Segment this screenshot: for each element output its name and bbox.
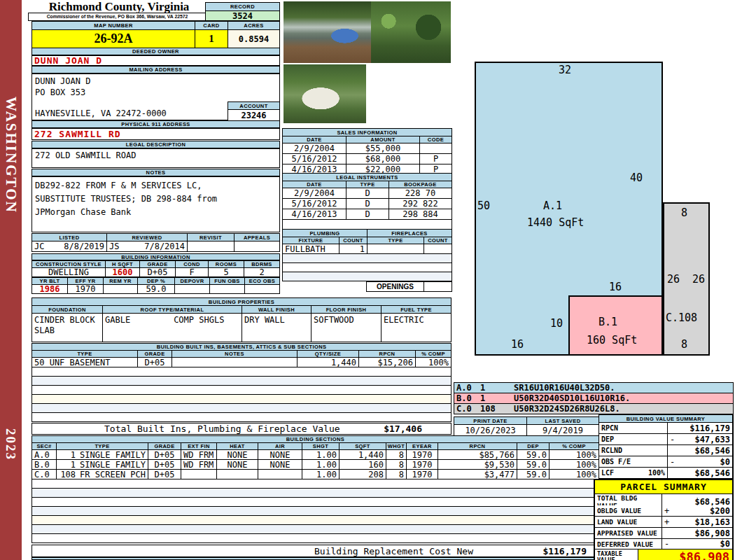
- ecoobs-label: ECO OBS: [245, 278, 279, 284]
- built-ins-empty-row: [32, 395, 451, 403]
- sales-row-amount: $68,000: [346, 154, 419, 164]
- instrument-row-bookpage: 228 70: [389, 188, 451, 198]
- ecoobs-value: [245, 285, 279, 293]
- vs-label: LCF 100%: [599, 468, 667, 478]
- instrument-row-bookpage: 298 884: [389, 209, 451, 219]
- built-ins-row-type: 50 UNF BASEMENT: [32, 358, 137, 367]
- fixture-count-value: 1: [340, 244, 367, 253]
- physical-address-value: 272 SAWMILL RD: [31, 128, 280, 140]
- built-ins-empty-row: [32, 404, 451, 412]
- replacement-cost-row: Building Replacement Cost New $116,179: [31, 545, 599, 557]
- instrument-row-type: D: [346, 209, 388, 219]
- fireplace-type-value: [368, 244, 424, 253]
- deeded-owner-header: DEEDED OWNER: [31, 48, 280, 55]
- ps-row: OBLDG VALUE + $200: [595, 505, 732, 516]
- print-info-table: PRINT DATE LAST SAVED 10/26/2023 9/4/201…: [454, 416, 599, 436]
- bs-empty-row: [32, 534, 598, 542]
- legal-description-value: 272 OLD SAWMILL ROAD: [31, 148, 280, 168]
- rooms-label: ROOMS: [209, 261, 244, 267]
- ps-label: OBLDG VALUE: [595, 505, 662, 516]
- reviewed-value: JS 7/8/2014: [107, 241, 187, 251]
- ps-sign: +: [664, 506, 669, 516]
- fixture-label: FIXTURE: [283, 237, 339, 244]
- property-record-card: WASHINGTON 2023 Richmond County, Virgini…: [0, 0, 735, 560]
- sales-row-amount: $55,000: [346, 144, 419, 153]
- bs-comp-label: % COMP: [550, 443, 598, 449]
- mailing-address-header: MAILING ADDRESS: [31, 66, 280, 74]
- built-ins-grade-label: GRADE: [138, 351, 172, 357]
- floor-finish-label: FLOOR FINISH: [312, 306, 381, 313]
- yrblt-label: YR BLT: [32, 278, 67, 284]
- deeded-owner-value: DUNN JOAN D: [31, 55, 280, 66]
- bottom-strip: [31, 557, 599, 560]
- roof-material-value: COMP SHGLS: [174, 315, 224, 325]
- bs-shgt-label: SHGT: [302, 443, 339, 449]
- bs-row-type-name: SINGLE FAMILY: [80, 460, 146, 469]
- listed-value: JC 8/8/2019: [32, 241, 106, 251]
- wall-finish-label: WALL FINISH: [242, 306, 311, 313]
- dep-pct-label: DEP %: [138, 278, 174, 284]
- instrument-row-date: 2/9/2004: [283, 188, 346, 198]
- bs-row-air: [258, 470, 302, 479]
- legend-count: 1: [480, 393, 514, 403]
- bs-row-shgt: 1.00: [302, 450, 339, 459]
- legal-instruments-header: LEGAL INSTRUMENTS: [283, 174, 451, 181]
- bs-row-type-name: FR SCREEN PCH: [80, 470, 146, 479]
- roof-type-value: GABLE: [105, 315, 130, 325]
- vs-label: DEP: [599, 434, 667, 444]
- building-properties-table: BUILDING PROPERTIES FOUNDATION ROOF TYPE…: [31, 298, 451, 342]
- vs-amount: $116,179: [690, 424, 730, 433]
- built-ins-comp-label: % COMP: [416, 351, 451, 357]
- bs-row-heat: NONE: [217, 450, 258, 459]
- vs-label-text: RPCN: [601, 424, 618, 432]
- vs-label-text: RCLND: [601, 447, 622, 454]
- bs-row-count: 1: [59, 450, 76, 459]
- dim-b-top: 16: [609, 281, 622, 293]
- bs-empty-row: [32, 507, 598, 515]
- bs-row-grade: D+05: [148, 450, 181, 459]
- effyr-label: EFF YR: [68, 278, 103, 284]
- vs-value: - $0: [668, 456, 732, 467]
- construction-style-label: CONSTRUCTION STYLE: [32, 261, 105, 267]
- built-ins-rpcn-label: RPCN: [359, 351, 415, 357]
- vs-label: RCLND: [599, 445, 667, 456]
- remyr-value: [104, 285, 137, 293]
- bs-row-grade: D+05: [148, 460, 181, 469]
- value-summary-header: BUILDING VALUE SUMMARY: [599, 415, 732, 422]
- ps-value: + $18,163: [662, 517, 732, 527]
- sales-row-date: 5/16/2012: [283, 154, 346, 164]
- taxable-label-line2: VALUE: [597, 557, 638, 560]
- card-value: 1: [195, 30, 227, 48]
- print-date-label: PRINT DATE: [454, 417, 526, 424]
- dim-a-left: 50: [477, 200, 490, 212]
- plumbing-header: PLUMBING: [283, 230, 367, 237]
- vs-label-text: OBS F/E: [601, 458, 631, 465]
- sales-code-label: CODE: [420, 136, 451, 143]
- bs-row-dep: 59.0: [517, 460, 549, 469]
- vs-label: OBS F/E: [599, 456, 667, 467]
- building-info-table-1: CONSTRUCTION STYLE H SQFT GRADE COND ROO…: [31, 260, 280, 277]
- fixture-count-label: COUNT: [340, 237, 367, 244]
- fuel-type-label: FUEL TYPE: [382, 306, 451, 313]
- cond-value: F: [176, 268, 208, 276]
- map-number-value: 26-92A: [32, 30, 195, 48]
- built-ins-empty-row: [32, 377, 451, 385]
- openings-count: [424, 282, 451, 291]
- bs-heat-label: HEAT: [217, 443, 258, 449]
- account-value: 23246: [228, 110, 279, 120]
- bs-row-ext: WD FRM: [181, 460, 216, 469]
- bs-row-rpcn: $85,766: [438, 450, 517, 459]
- bs-row-dep: 59.0: [517, 470, 549, 479]
- building-sections-header: BUILDING SECTIONS: [32, 436, 598, 442]
- bs-sqft-label: SQFT: [340, 443, 386, 449]
- property-photo-side[interactable]: [284, 64, 366, 123]
- page-title: Richmond County, Virginia: [31, 0, 206, 13]
- property-photo-front[interactable]: [284, 1, 371, 63]
- effyr-value: 1970: [68, 285, 103, 293]
- bdrms-value: 2: [244, 268, 279, 276]
- ps-row: DEFERRED VALUE - $0: [595, 539, 732, 549]
- property-photo-trees[interactable]: [371, 1, 451, 63]
- instrument-empty-row: [283, 220, 451, 229]
- page-subtitle: Commissioner of the Revenue, PO Box 366,…: [28, 13, 206, 21]
- instrument-row-date: 5/16/2012: [283, 199, 346, 209]
